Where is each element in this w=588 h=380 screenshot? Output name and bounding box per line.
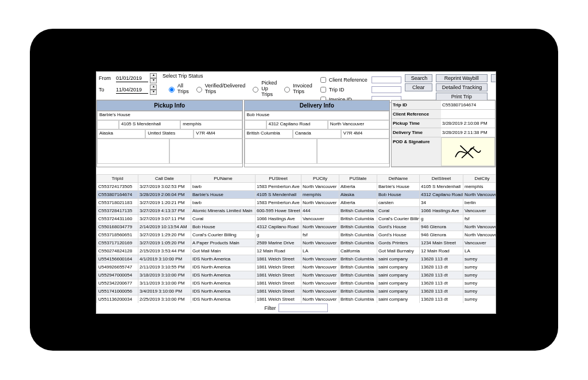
sel-delivery-time-value: 3/28/2019 2:11:38 PM — [441, 128, 495, 137]
delivery-state: British Columbia — [245, 129, 293, 139]
column-header[interactable]: DelName — [377, 175, 420, 183]
table-row[interactable]: C5537244311603/27/2019 3:07:11 PMCoral10… — [97, 215, 496, 223]
sel-pickup-time-value: 3/28/2019 2:10:08 PM — [441, 119, 495, 128]
column-header[interactable]: DelStreet — [420, 175, 463, 183]
signature-box — [441, 137, 495, 166]
table-row[interactable]: U5499266557472/11/2019 3:10:55 PMIDS Nor… — [97, 263, 496, 271]
to-label: To — [99, 87, 115, 93]
table-row[interactable]: U5517410000563/4/2019 3:10:00 PMIDS Nort… — [97, 287, 496, 295]
pickup-name: Barbie's House — [97, 111, 242, 120]
table-row[interactable]: C5537241735053/27/2019 3:02:53 PMbarb158… — [97, 183, 496, 191]
table-row[interactable]: C5537180211833/27/2019 1:20:21 PMbarb158… — [97, 199, 496, 207]
table-row[interactable]: U5541566001644/1/2019 3:10:00 PMIDS Nort… — [97, 255, 496, 263]
column-header[interactable]: DelCity — [463, 175, 496, 183]
status-all-trips[interactable]: All Trips — [166, 80, 189, 97]
from-date-spinner[interactable]: ▴▾ — [150, 73, 156, 83]
delivery-name: Bob House — [245, 111, 390, 120]
trip-id-input[interactable] — [372, 86, 401, 93]
sel-client-ref-value — [441, 110, 495, 118]
delivery-postal: V7R 4M4 — [341, 129, 389, 139]
filter-input[interactable] — [278, 304, 328, 312]
pickup-postal: V7R 4M4 — [194, 129, 242, 139]
sel-pickup-time-label: Pickup Time — [392, 119, 441, 128]
pickup-city: memphis — [180, 120, 242, 129]
table-row[interactable]: C5538071646743/28/2019 2:06:04 PMBarbie'… — [97, 191, 496, 199]
column-header[interactable]: PUName — [191, 175, 256, 183]
to-date-input[interactable] — [116, 86, 148, 94]
signature-icon — [453, 141, 483, 162]
table-row[interactable]: C5537284171353/27/2019 4:13:37 PMAtomic … — [97, 207, 496, 215]
column-header[interactable]: PUState — [339, 175, 377, 183]
clear-button[interactable]: Clear — [405, 83, 432, 91]
table-row[interactable]: U5529470000543/18/2019 3:10:00 PMIDS Nor… — [97, 271, 496, 279]
logout-button[interactable]: Log Out — [491, 74, 496, 82]
trip-id-label: Trip ID — [329, 87, 370, 93]
sel-delivery-time-label: Delivery Time — [392, 128, 441, 137]
pickup-info-panel: Pickup Info Barbie's House 4105 S Menden… — [96, 100, 243, 167]
sel-trip-id-label: Trip ID — [392, 101, 441, 109]
status-invoiced[interactable]: Invoiced Trips — [281, 80, 312, 97]
app-window: From ▴▾ To ▴▾ Select Trip Status All Tri… — [96, 72, 496, 313]
trip-status-title: Select Trip Status — [163, 73, 312, 79]
detailed-tracking-button[interactable]: Detailed Tracking — [436, 83, 488, 91]
sel-trip-id-value: C553807164674 — [441, 101, 495, 109]
status-pickedup[interactable]: Picked Up Trips — [250, 80, 277, 97]
pickup-info-title: Pickup Info — [97, 101, 242, 111]
table-row[interactable]: C5537185606513/27/2019 1:29:20 PMCoral's… — [97, 231, 496, 239]
to-date-spinner[interactable]: ▴▾ — [150, 85, 156, 95]
search-button[interactable]: Search — [405, 74, 432, 82]
reprint-waybill-button[interactable]: Reprint Waybill — [436, 74, 488, 82]
client-ref-check[interactable] — [320, 77, 326, 83]
delivery-street: 4312 Capilano Road — [266, 120, 328, 129]
column-header[interactable]: TripId — [97, 175, 138, 183]
table-row[interactable]: C5537171201693/27/2019 1:05:20 PMA Paper… — [97, 239, 496, 247]
filter-label: Filter — [265, 305, 276, 311]
column-header[interactable]: Call Date — [138, 175, 191, 183]
table-row[interactable]: U5511362000342/25/2019 3:10:00 PMIDS Nor… — [97, 295, 496, 304]
delivery-country: Canada — [293, 129, 341, 139]
client-ref-input[interactable] — [372, 76, 401, 83]
trip-id-check[interactable] — [320, 87, 326, 93]
print-trip-button[interactable]: Print Trip — [436, 93, 488, 101]
delivery-info-title: Delivery Info — [245, 101, 390, 111]
sel-client-ref-label: Client Reference — [392, 110, 441, 118]
pickup-street: 4105 S Mendenhall — [119, 120, 180, 129]
trips-grid[interactable]: TripIdCall DatePUNamePUStreetPUCityPUSta… — [96, 174, 496, 303]
delivery-city: North Vancouver — [328, 120, 389, 129]
trip-status-group: Select Trip Status All Trips Verified/De… — [163, 73, 312, 97]
sel-pod-label: POD & Signature — [392, 137, 441, 166]
top-toolbar: From ▴▾ To ▴▾ Select Trip Status All Tri… — [96, 72, 496, 100]
pickup-country: United States — [145, 129, 194, 139]
delivery-info-panel: Delivery Info Bob House 4312 Capilano Ro… — [244, 100, 390, 167]
from-label: From — [99, 75, 115, 81]
column-header[interactable]: PUCity — [301, 175, 339, 183]
selected-trip-panel: Trip IDC553807164674 Client Reference Pi… — [391, 100, 496, 167]
pickup-state: Alaska — [97, 129, 145, 139]
table-row[interactable]: U5523422006773/11/2019 3:10:00 PMIDS Nor… — [97, 279, 496, 287]
table-row[interactable]: C5502748241282/15/2019 3:53:44 PMGot Mai… — [97, 247, 496, 255]
column-header[interactable]: PUStreet — [256, 175, 301, 183]
status-verified[interactable]: Verified/Delivered Trips — [194, 80, 246, 97]
table-row[interactable]: C5501680347792/14/2019 10:13:54 AMBob Ho… — [97, 223, 496, 231]
from-date-input[interactable] — [116, 75, 148, 82]
client-ref-label: Client Reference — [329, 77, 370, 83]
